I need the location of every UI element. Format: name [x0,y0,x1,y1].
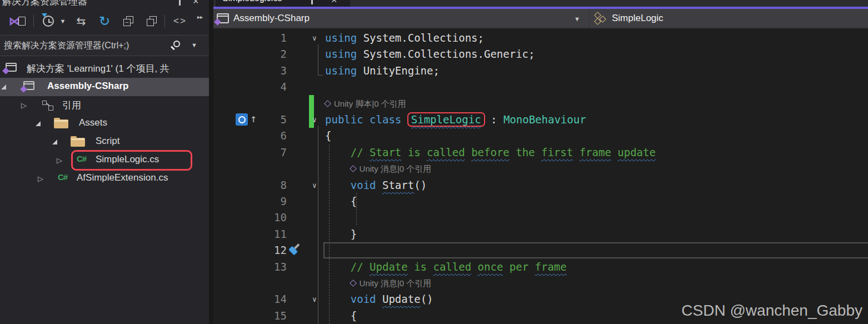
code-line-3[interactable]: 3using UnityEngine; [213,63,868,79]
project-dropdown[interactable]: Assembly-CSharp ▼ [217,9,586,28]
code-line-8[interactable]: 8∨ void Start() [213,177,868,193]
code-text: // Update is called once per frame [325,259,567,275]
unity-cube-icon [350,165,357,172]
expanded-arrow-icon[interactable] [1,84,6,89]
code-text: using System.Collections.Generic; [325,46,535,62]
pending-changes-filter-button[interactable] [39,13,58,29]
collapse-all-button[interactable]: − [120,13,137,29]
tree-item-afsimpleextension-cs[interactable]: ▷C#AfSimpleExtension.cs [0,170,209,188]
solution-tree: 解决方案 'Learning1' (1 个项目, 共Assembly-CShar… [0,58,209,324]
codelens-text[interactable]: Unity 消息|0 个引用 [351,275,432,291]
folder-icon [71,138,85,147]
search-icon[interactable] [173,41,180,47]
editor-navigation-bar: Assembly-CSharp ▼ SimpleLogic [213,9,868,29]
tab-title: SimpleLogic.cs [222,0,282,3]
tree-item-script[interactable]: Script [0,133,209,151]
reference-icon [42,101,54,111]
sync-with-active-document-button[interactable]: ⋈ [4,13,30,29]
line-number: 11 [213,226,287,242]
tree-item-label: Script [96,136,119,147]
chevron-down-icon: ▼ [574,16,580,22]
folder-icon [54,119,68,128]
code-text: // Start is called before the first fram… [325,144,656,161]
solution-search-box[interactable]: 搜索解决方案资源管理器(Ctrl+;) ▼ [0,35,209,56]
line-number: 14 [213,291,287,307]
code-line-13[interactable]: 13 // Update is called once per frame [213,259,868,275]
solution-explorer-panel: 解决方案资源管理器 × ⋈ ▼ ⇆ ↻ − <> ▸▸ 搜索解决方案资源管理器(… [0,0,209,324]
code-line-2[interactable]: 2using System.Collections.Generic; [213,46,868,62]
expanded-arrow-icon[interactable] [36,121,41,126]
collapsed-arrow-icon[interactable]: ▷ [21,101,27,109]
code-text: using UnityEngine; [325,63,440,79]
line-number: 13 [213,259,287,275]
toolbar-overflow-button[interactable]: ▸▸ [193,8,207,25]
code-line-12[interactable]: 12 [213,242,868,258]
watermark: CSDN @wanchen_Gabby [681,302,862,320]
code-line-10[interactable]: 10 [213,210,868,226]
code-area[interactable]: ↑ 1∨using System.Collections;2using Syst… [213,30,868,324]
tree-item-label: Assembly-CSharp [47,81,128,92]
filter-dropdown-button[interactable]: ▼ [59,13,67,29]
code-line-5[interactable]: 5∨public class SimpleLogic : MonoBehavio… [213,112,868,128]
tree-item-label: 引用 [62,99,81,112]
code-line-7[interactable]: 7 // Start is called before the first fr… [213,144,868,161]
code-text: { [325,308,357,324]
code-text: { [325,128,331,144]
show-all-files-button[interactable] [143,13,160,29]
codelens-text[interactable]: Unity 脚本|0 个引用 [325,96,406,112]
toolbar-separator [164,15,165,27]
show-all-files-icon [147,16,157,26]
pin-icon[interactable] [179,0,181,6]
tree-item-simplelogic-cs[interactable]: ▷C#SimpleLogic.cs [0,151,209,170]
collapse-chevron-icon[interactable]: ∨ [312,177,317,193]
collapse-chevron-icon[interactable]: ∨ [312,112,317,128]
tree-item-label: AfSimpleExtension.cs [77,172,168,183]
line-number: 4 [213,79,287,95]
codelens-row[interactable]: Unity 消息|0 个引用 [213,275,868,291]
code-text: void Update() [325,291,433,307]
tab-close-icon[interactable]: × [331,0,337,6]
collapsed-arrow-icon[interactable]: ▷ [57,156,62,165]
panel-divider[interactable] [209,0,213,324]
line-number: 12 [213,242,287,258]
code-text: public class SimpleLogic : MonoBehaviour [325,112,586,128]
solution-icon [6,63,17,72]
code-line-11[interactable]: 11 } [213,226,868,242]
tree-item-solution[interactable]: 解决方案 'Learning1' (1 个项目, 共 [0,59,209,78]
line-number: 6 [213,128,287,144]
line-number: 2 [213,46,287,62]
code-text: void Start() [325,177,427,193]
clock-filter-icon [43,16,54,27]
collapse-chevron-icon[interactable]: ∨ [312,291,317,307]
code-line-4[interactable]: 4 [213,79,868,95]
tree-item-references[interactable]: ▷引用 [0,96,209,114]
tree-item-project[interactable]: Assembly-CSharp [0,78,209,96]
solution-explorer-titlebar: 解决方案资源管理器 × [0,0,209,7]
codelens-text[interactable]: Unity 消息|0 个引用 [351,161,432,177]
toolbar-separator [33,15,34,27]
code-line-6[interactable]: 6{ [213,128,868,144]
collapsed-arrow-icon[interactable]: ▷ [38,175,43,183]
codelens-row[interactable]: Unity 消息|0 个引用 [213,161,868,177]
project-dropdown-value: Assembly-CSharp [233,13,310,24]
view-code-button[interactable]: <> [169,13,191,29]
collapse-chevron-icon[interactable]: ∨ [312,30,317,46]
line-number: 7 [213,144,287,161]
codelens-row[interactable]: Unity 脚本|0 个引用 [213,96,868,112]
line-number: 9 [213,193,287,210]
csharp-icon: C# [58,172,67,182]
code-line-1[interactable]: 1∨using System.Collections; [213,30,868,46]
code-text: } [325,226,357,242]
annotation-red-box [71,150,192,171]
tab-simplelogic[interactable]: SimpleLogic.cs × [216,0,350,7]
tree-item-assets[interactable]: Assets [0,114,209,133]
close-icon[interactable]: × [193,0,199,7]
code-line-9[interactable]: 9 { [213,193,868,210]
type-dropdown[interactable]: SimpleLogic [589,9,868,28]
search-dropdown-icon[interactable]: ▼ [191,42,197,48]
expanded-arrow-icon[interactable] [52,139,57,144]
switch-views-button[interactable]: ⇆ [71,13,91,29]
project-icon [217,13,229,23]
tab-pin-icon[interactable] [311,0,313,4]
refresh-button[interactable]: ↻ [94,13,114,29]
